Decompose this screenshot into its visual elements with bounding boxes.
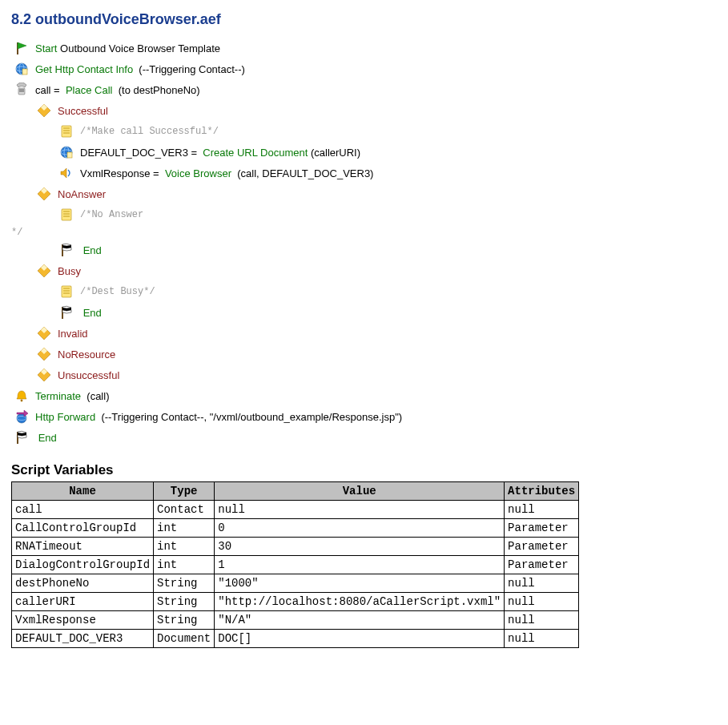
flag-green-icon bbox=[14, 41, 29, 55]
tree-node[interactable]: Http Forward (--Triggering Contact--, "/… bbox=[11, 406, 717, 427]
action-args: (--Triggering Contact--) bbox=[139, 63, 244, 75]
tree-node[interactable]: call = Place Call (to destPhoneNo) bbox=[11, 79, 717, 100]
action-label: End bbox=[83, 307, 102, 319]
branch-label: NoResource bbox=[58, 348, 115, 360]
action-label: Voice Browser bbox=[165, 167, 231, 179]
cell-type: int bbox=[154, 519, 215, 538]
action-args: (call) bbox=[86, 390, 109, 402]
table-row: DialogControlGroupIdint1Parameter bbox=[12, 556, 579, 574]
branch-label: Successful bbox=[58, 105, 108, 117]
cell-type: int bbox=[154, 538, 215, 556]
note-icon bbox=[59, 284, 74, 299]
cell-value: 0 bbox=[215, 519, 505, 538]
flag-checker-icon bbox=[59, 305, 74, 320]
cell-attrs: Parameter bbox=[505, 538, 579, 556]
col-name: Name bbox=[12, 482, 154, 501]
diamond-icon bbox=[37, 187, 51, 201]
cell-attrs: null bbox=[505, 630, 579, 648]
tree-node[interactable]: VxmlResponse = Voice Browser (call, DEFA… bbox=[11, 163, 717, 183]
cell-value: null bbox=[215, 501, 505, 519]
action-label: End bbox=[83, 244, 102, 256]
tree-node[interactable]: Unsuccessful bbox=[11, 365, 717, 385]
diamond-icon bbox=[37, 368, 51, 382]
assign-label: call = bbox=[35, 84, 62, 96]
tree-node[interactable]: DEFAULT_DOC_VER3 = Create URL Document (… bbox=[11, 142, 717, 163]
tree-node[interactable]: Terminate (call) bbox=[11, 385, 717, 406]
tree-node[interactable]: Busy bbox=[11, 260, 717, 281]
cell-name: DialogControlGroupId bbox=[12, 556, 154, 574]
cell-type: String bbox=[154, 611, 215, 630]
comment-text: /*No Answer bbox=[80, 209, 143, 220]
flag-checker-icon bbox=[59, 243, 74, 257]
diamond-icon bbox=[37, 326, 51, 340]
action-desc: Outbound Voice Browser Template bbox=[60, 42, 220, 54]
flag-checker-icon bbox=[14, 430, 29, 445]
tree-node[interactable]: Successful bbox=[11, 100, 717, 121]
cell-attrs: Parameter bbox=[505, 556, 579, 574]
table-row: callContactnullnull bbox=[12, 501, 579, 519]
action-label: Start bbox=[35, 42, 57, 54]
branch-label: Busy bbox=[58, 265, 81, 277]
action-args: (--Triggering Contact--, "/vxml/outbound… bbox=[101, 411, 402, 423]
action-label: Get Http Contact Info bbox=[35, 63, 133, 75]
cell-name: CallControlGroupId bbox=[12, 519, 154, 538]
comment-text: /*Make call Successful*/ bbox=[80, 126, 219, 137]
tree-node[interactable]: Start Outbound Voice Browser Template bbox=[11, 38, 717, 58]
section-heading: 8.2 outboundVoiceBrowser.aef bbox=[11, 11, 717, 28]
cell-attrs: null bbox=[505, 501, 579, 519]
speaker-icon bbox=[59, 166, 74, 180]
cell-attrs: Parameter bbox=[505, 519, 579, 538]
table-row: destPhoneNoString"1000"null bbox=[12, 574, 579, 593]
col-value: Value bbox=[215, 482, 505, 501]
script-tree: Start Outbound Voice Browser Template Ge… bbox=[11, 38, 717, 448]
col-type: Type bbox=[154, 482, 215, 501]
variables-heading: Script Variables bbox=[11, 462, 717, 478]
tree-node[interactable]: /*No Answer bbox=[11, 204, 717, 225]
branch-label: NoAnswer bbox=[58, 188, 106, 200]
forward-icon bbox=[14, 409, 29, 424]
cell-type: Document bbox=[154, 630, 215, 648]
globe-icon bbox=[59, 145, 74, 159]
table-row: CallControlGroupIdint0Parameter bbox=[12, 519, 579, 538]
comment-text: /*Dest Busy*/ bbox=[80, 286, 155, 297]
action-label: Terminate bbox=[35, 390, 81, 402]
table-row: DEFAULT_DOC_VER3DocumentDOC[]null bbox=[12, 630, 579, 648]
table-row: callerURIString"http://localhost:8080/aC… bbox=[12, 593, 579, 611]
branch-label: Unsuccessful bbox=[58, 369, 119, 381]
tree-node[interactable]: /*Make call Successful*/ bbox=[11, 121, 717, 142]
action-args: (callerURI) bbox=[311, 147, 360, 159]
bell-icon bbox=[14, 389, 29, 403]
action-label: Place Call bbox=[66, 84, 113, 96]
assign-label: VxmlResponse = bbox=[80, 167, 162, 179]
cell-value: "http://localhost:8080/aCallerScript.vxm… bbox=[215, 593, 505, 611]
cell-type: Contact bbox=[154, 501, 215, 519]
cell-type: String bbox=[154, 574, 215, 593]
variables-table: Name Type Value Attributes callContactnu… bbox=[11, 481, 579, 648]
assign-label: DEFAULT_DOC_VER3 = bbox=[80, 147, 200, 159]
cell-attrs: null bbox=[505, 593, 579, 611]
action-label: Http Forward bbox=[35, 411, 95, 423]
cell-name: RNATimeout bbox=[12, 538, 154, 556]
comment-tail: */ bbox=[11, 225, 717, 240]
tree-node[interactable]: Get Http Contact Info (--Triggering Cont… bbox=[11, 58, 717, 79]
tree-node[interactable]: End bbox=[11, 240, 717, 260]
table-header-row: Name Type Value Attributes bbox=[12, 482, 579, 501]
branch-label: Invalid bbox=[58, 328, 88, 340]
phone-icon bbox=[14, 83, 29, 97]
cell-name: call bbox=[12, 501, 154, 519]
cell-attrs: null bbox=[505, 574, 579, 593]
tree-node[interactable]: /*Dest Busy*/ bbox=[11, 281, 717, 302]
tree-node[interactable]: End bbox=[11, 302, 717, 323]
tree-node[interactable]: NoResource bbox=[11, 344, 717, 365]
table-row: RNATimeoutint30Parameter bbox=[12, 538, 579, 556]
tree-node[interactable]: Invalid bbox=[11, 323, 717, 344]
diamond-icon bbox=[37, 264, 51, 278]
action-args: (to destPhoneNo) bbox=[119, 84, 200, 96]
tree-node[interactable]: NoAnswer bbox=[11, 183, 717, 204]
tree-node[interactable]: End bbox=[11, 427, 717, 448]
diamond-icon bbox=[37, 103, 51, 118]
action-label: End bbox=[38, 432, 57, 444]
cell-attrs: null bbox=[505, 611, 579, 630]
action-args: (call, DEFAULT_DOC_VER3) bbox=[237, 167, 373, 179]
cell-value: DOC[] bbox=[215, 630, 505, 648]
